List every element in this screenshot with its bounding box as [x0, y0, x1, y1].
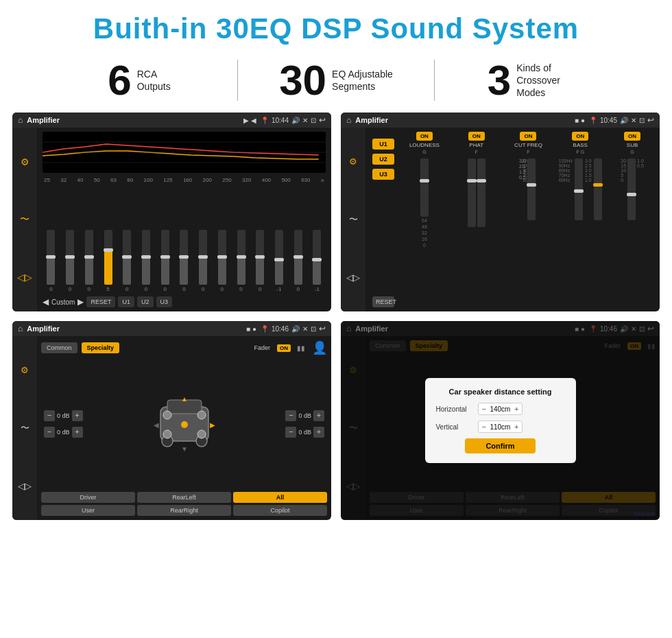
u1-preset[interactable]: U1	[372, 139, 394, 150]
amp-sidebar: ⚙ 〜 ◁▷	[341, 128, 365, 311]
u2-preset[interactable]: U2	[372, 154, 394, 165]
status-icons-2: 📍 10:45 🔊 ✕ ⊡ ↩	[589, 115, 654, 125]
cutfreq-on[interactable]: ON	[520, 132, 536, 141]
stat-rca-desc: RCA Outputs	[137, 68, 171, 93]
svg-text:◀: ◀	[154, 421, 159, 429]
u2-button-1[interactable]: U2	[137, 296, 154, 307]
svg-text:▲: ▲	[181, 395, 188, 403]
rearright-btn[interactable]: RearRight	[137, 505, 231, 516]
rearleft-btn[interactable]: RearLeft	[137, 492, 231, 503]
phat-slider	[468, 158, 476, 248]
svg-point-10	[197, 430, 206, 438]
db-plus-3[interactable]: +	[313, 410, 324, 421]
amp-wave-icon[interactable]: 〜	[349, 213, 358, 226]
profile-icon: 👤	[312, 340, 327, 355]
eq-graph	[43, 132, 326, 173]
slider-track-1[interactable]	[47, 230, 55, 285]
stat-eq-desc: EQ Adjustable Segments	[332, 68, 393, 93]
left-db-controls: − 0 dB + − 0 dB +	[44, 410, 83, 438]
slider-track-4[interactable]	[104, 230, 112, 285]
common-wave-icon[interactable]: 〜	[21, 422, 29, 434]
home-icon-3[interactable]: ⌂	[18, 324, 23, 333]
confirm-button[interactable]: Confirm	[465, 438, 535, 453]
specialty-tab-btn[interactable]: Specialty	[82, 342, 120, 353]
driver-btn[interactable]: Driver	[41, 492, 135, 503]
slider-track-11[interactable]	[237, 230, 245, 285]
slider-track-5[interactable]	[123, 230, 131, 285]
copilot-btn[interactable]: Copilot	[233, 505, 327, 516]
db-minus-2[interactable]: −	[44, 427, 55, 438]
play-icon-1: ▶ ◀	[243, 117, 256, 124]
prev-button[interactable]: ◀	[43, 297, 49, 307]
slider-track-6[interactable]	[142, 230, 150, 285]
slider-track-15[interactable]	[313, 230, 321, 285]
screen-fader: ⌂ Amplifier ■ ● 📍 10:46 🔊 ✕ ⊡ ↩ ⚙ 〜 ◁▷ C…	[12, 321, 331, 520]
next-button[interactable]: ▶	[77, 297, 84, 307]
amp-balance-icon[interactable]: ◁▷	[346, 272, 360, 283]
rec-icon-3: ■ ●	[246, 325, 256, 333]
screen1-title: Amplifier	[27, 116, 239, 124]
eq-wave-icon[interactable]: 〜	[20, 213, 29, 226]
stat-crossover: 3 Kinds of Crossover Modes	[435, 59, 631, 102]
eq-settings-icon[interactable]: ⚙	[21, 156, 29, 167]
amp-settings-icon[interactable]: ⚙	[349, 156, 357, 167]
vertical-minus[interactable]: −	[482, 423, 486, 431]
slider-track-2[interactable]	[66, 230, 74, 285]
bass-on[interactable]: ON	[572, 132, 588, 141]
common-balance-icon[interactable]: ◁▷	[18, 481, 32, 491]
bass-channel: ON BASS F G 100Hz90Hz80Hz70Hz60Hz 3.02.5…	[557, 132, 603, 307]
vertical-plus[interactable]: +	[514, 423, 518, 431]
eq-balance-icon[interactable]: ◁▷	[17, 272, 32, 283]
slider-track-3[interactable]	[85, 230, 93, 285]
user-btn[interactable]: User	[41, 505, 135, 516]
slider-track-14[interactable]	[294, 230, 302, 285]
svg-point-8	[197, 411, 206, 419]
sub-on[interactable]: ON	[624, 132, 640, 141]
reset-btn-2[interactable]: RESET	[372, 296, 394, 307]
back-icon-2[interactable]: ↩	[647, 115, 654, 125]
db-minus-1[interactable]: −	[44, 410, 55, 421]
reset-button-1[interactable]: RESET	[86, 296, 115, 307]
slider-track-9[interactable]	[199, 230, 207, 285]
loudness-on[interactable]: ON	[416, 132, 433, 141]
location-icon-2: 📍	[589, 117, 597, 124]
back-icon-1[interactable]: ↩	[319, 115, 326, 125]
phat-on[interactable]: ON	[468, 132, 485, 141]
slider-col-9: 0	[199, 230, 207, 292]
db-minus-4[interactable]: −	[285, 427, 296, 438]
db-minus-3[interactable]: −	[285, 410, 296, 421]
home-icon-1[interactable]: ⌂	[18, 115, 23, 125]
stat-rca: 6 RCA Outputs	[41, 59, 237, 102]
volume-icon-1: 🔊	[291, 117, 300, 124]
horizontal-plus[interactable]: +	[514, 405, 518, 413]
all-btn[interactable]: All	[233, 492, 327, 503]
dialog-title: Car speaker distance setting	[436, 388, 565, 396]
db-plus-1[interactable]: +	[72, 410, 83, 421]
common-settings-icon[interactable]: ⚙	[21, 365, 29, 375]
slider-track-12[interactable]	[256, 230, 264, 285]
status-bar-1: ⌂ Amplifier ▶ ◀ 📍 10:44 🔊 ✕ ⊡ ↩	[12, 113, 331, 128]
window-icon-2: ⊡	[639, 117, 645, 124]
u3-preset[interactable]: U3	[372, 169, 394, 180]
screen1-time: 10:44	[272, 117, 289, 124]
fader-on-btn[interactable]: ON	[277, 344, 291, 352]
db-plus-4[interactable]: +	[313, 427, 324, 438]
loudness-channel: ON LOUDNESS G 64 48 32 16	[401, 132, 448, 307]
common-tab-btn[interactable]: Common	[41, 342, 77, 353]
slider-track-7[interactable]	[161, 230, 169, 285]
slider-track-8[interactable]	[180, 230, 188, 285]
eq-bottom-controls: ◀ Custom ▶ RESET U1 U2 U3	[43, 296, 326, 307]
window-icon-3: ⊡	[311, 325, 316, 333]
back-icon-3[interactable]: ↩	[319, 324, 326, 333]
u1-button-1[interactable]: U1	[118, 296, 134, 307]
horizontal-minus[interactable]: −	[482, 405, 486, 413]
home-icon-2[interactable]: ⌂	[346, 115, 351, 125]
slider-track-10[interactable]	[218, 230, 226, 285]
screen3-time: 10:46	[272, 325, 289, 333]
u3-button-1[interactable]: U3	[156, 296, 173, 307]
expand-icon[interactable]: »	[321, 177, 324, 184]
vertical-label: Vertical	[436, 423, 474, 431]
db-plus-2[interactable]: +	[72, 427, 83, 438]
fader-bars-icon: ▮▮	[297, 344, 305, 352]
slider-track-13[interactable]	[275, 230, 283, 285]
